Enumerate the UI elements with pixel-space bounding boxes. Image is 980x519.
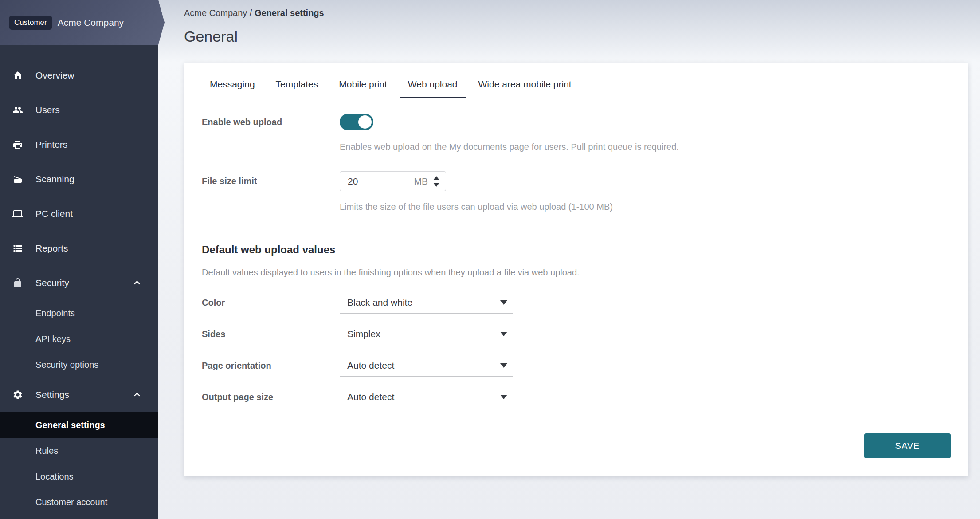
sides-row: Sides Simplex: [202, 323, 951, 345]
sidebar-item-label: Overview: [35, 70, 74, 81]
sidebar-item-users[interactable]: Users: [0, 93, 158, 127]
enable-web-upload-description: Enables web upload on the My documents p…: [340, 141, 951, 153]
sidebar-item-security-options[interactable]: Security options: [0, 352, 158, 377]
sidebar-subitem-label: Customer account: [35, 497, 107, 507]
save-button[interactable]: SAVE: [864, 433, 951, 458]
sidebar-item-rules[interactable]: Rules: [0, 438, 158, 464]
file-size-limit-row: File size limit 20 MB: [202, 171, 951, 191]
file-size-unit: MB: [414, 176, 428, 187]
dropdown-caret-icon: [500, 395, 507, 399]
sidebar-item-label: PC client: [35, 208, 73, 219]
scanner-icon: [12, 174, 23, 185]
file-size-limit-description: Limits the size of the file users can up…: [340, 201, 951, 212]
number-stepper: [433, 176, 439, 187]
output-page-size-select[interactable]: Auto detect: [340, 386, 513, 408]
sidebar-item-settings[interactable]: Settings: [0, 377, 158, 412]
output-page-size-row: Output page size Auto detect: [202, 386, 951, 408]
sides-select-value: Simplex: [347, 329, 380, 339]
enable-web-upload-label: Enable web upload: [202, 117, 340, 127]
tab-web-upload[interactable]: Web upload: [400, 78, 466, 98]
dropdown-caret-icon: [500, 363, 507, 368]
defaults-section-description: Default values displayed to users in the…: [202, 267, 951, 278]
customer-badge: Customer: [9, 16, 52, 30]
color-label: Color: [202, 298, 340, 308]
sidebar-item-label: Reports: [35, 243, 68, 254]
sides-label: Sides: [202, 329, 340, 339]
sidebar-item-general-settings[interactable]: General settings: [0, 412, 158, 438]
page-orientation-select-value: Auto detect: [347, 360, 394, 371]
page-orientation-label: Page orientation: [202, 361, 340, 371]
sidebar-nav: Overview Users Printers Scanning PC clie…: [0, 45, 158, 515]
sidebar-header: Customer Acme Company: [0, 0, 165, 45]
sidebar-subitem-label: Rules: [35, 446, 58, 456]
page-orientation-select[interactable]: Auto detect: [340, 354, 513, 377]
chevron-up-icon: [132, 278, 142, 288]
monitor-icon: [12, 208, 23, 219]
sidebar-item-label: Security: [35, 278, 69, 288]
sidebar-subitem-label: Locations: [35, 472, 74, 482]
stepper-up-icon[interactable]: [433, 176, 439, 180]
enable-web-upload-toggle[interactable]: [340, 114, 373, 130]
sides-select[interactable]: Simplex: [340, 323, 513, 345]
sidebar-item-printers[interactable]: Printers: [0, 127, 158, 162]
home-icon: [12, 70, 23, 81]
lock-icon: [12, 278, 23, 288]
sidebar-item-label: Scanning: [35, 174, 74, 185]
color-select[interactable]: Black and white: [340, 291, 513, 314]
sidebar-subitem-label: General settings: [35, 420, 105, 430]
sidebar-item-pc-client[interactable]: PC client: [0, 197, 158, 231]
reports-icon: [12, 243, 23, 254]
sidebar-item-customer-account[interactable]: Customer account: [0, 489, 158, 515]
tab-messaging[interactable]: Messaging: [202, 78, 263, 98]
output-page-size-select-value: Auto detect: [347, 392, 394, 402]
dropdown-caret-icon: [500, 332, 507, 336]
enable-web-upload-row: Enable web upload: [202, 114, 951, 130]
breadcrumb-current: General settings: [255, 8, 324, 18]
sidebar-item-api-keys[interactable]: API keys: [0, 326, 158, 352]
sidebar-subitem-label: Endpoints: [35, 308, 75, 318]
file-size-limit-label: File size limit: [202, 176, 340, 186]
output-page-size-label: Output page size: [202, 392, 340, 402]
gear-icon: [12, 389, 23, 400]
sidebar-item-security[interactable]: Security: [0, 266, 158, 300]
chevron-up-icon: [132, 389, 142, 400]
sidebar: Overview Users Printers Scanning PC clie…: [0, 0, 158, 519]
sidebar-item-label: Printers: [35, 139, 67, 150]
page-orientation-row: Page orientation Auto detect: [202, 354, 951, 377]
color-row: Color Black and white: [202, 291, 951, 314]
main-content: Acme Company / General settings General …: [158, 0, 980, 519]
printer-icon: [12, 139, 23, 150]
tab-templates[interactable]: Templates: [268, 78, 326, 98]
breadcrumb-parent[interactable]: Acme Company: [184, 8, 247, 18]
defaults-fields: Color Black and white Sides Simplex Page…: [202, 291, 951, 408]
file-size-value[interactable]: 20: [348, 176, 358, 187]
sidebar-item-overview[interactable]: Overview: [0, 58, 158, 93]
company-name[interactable]: Acme Company: [58, 17, 124, 28]
sidebar-item-label: Settings: [35, 389, 69, 400]
actions-row: SAVE: [202, 433, 951, 458]
tab-mobile-print[interactable]: Mobile print: [331, 78, 395, 98]
dropdown-caret-icon: [500, 300, 507, 305]
settings-card: Messaging Templates Mobile print Web upl…: [184, 63, 968, 476]
tab-wide-area-mobile-print[interactable]: Wide area mobile print: [470, 78, 580, 98]
sidebar-item-reports[interactable]: Reports: [0, 231, 158, 266]
stepper-down-icon[interactable]: [433, 183, 439, 187]
tab-bar: Messaging Templates Mobile print Web upl…: [202, 78, 951, 98]
defaults-section-title: Default web upload values: [202, 244, 951, 256]
sidebar-item-endpoints[interactable]: Endpoints: [0, 300, 158, 326]
breadcrumb-separator: /: [250, 8, 255, 18]
users-icon: [12, 105, 23, 115]
breadcrumb: Acme Company / General settings: [158, 0, 980, 18]
color-select-value: Black and white: [347, 297, 412, 308]
file-size-limit-input[interactable]: 20 MB: [340, 171, 446, 191]
sidebar-item-scanning[interactable]: Scanning: [0, 162, 158, 197]
sidebar-subitem-label: Security options: [35, 360, 98, 370]
sidebar-subitem-label: API keys: [35, 334, 71, 344]
sidebar-item-locations[interactable]: Locations: [0, 464, 158, 489]
page-title: General: [184, 28, 980, 45]
toggle-knob: [358, 115, 372, 129]
sidebar-item-label: Users: [35, 105, 60, 115]
